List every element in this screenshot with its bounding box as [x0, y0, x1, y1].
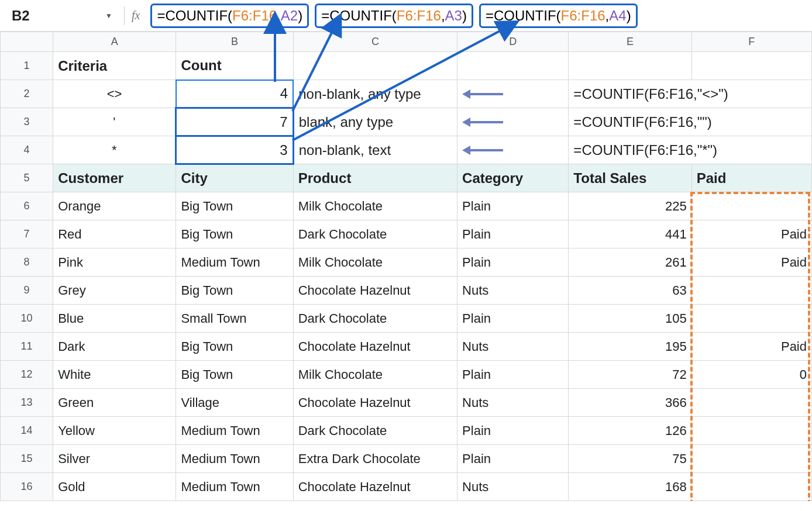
cell-paid[interactable]: [691, 417, 811, 445]
cell-e3[interactable]: =COUNTIF(F6:F16,""): [569, 108, 812, 136]
cell-sales[interactable]: 261: [569, 248, 691, 277]
row-header-8[interactable]: 8: [1, 248, 53, 277]
formula-input-area[interactable]: =COUNTIF(F6:F16,A2) =COUNTIF(F6:F16,A3) …: [150, 4, 637, 28]
cell-paid[interactable]: [691, 277, 811, 305]
cell-paid[interactable]: Paid: [691, 220, 811, 248]
cell-paid[interactable]: Paid: [691, 248, 811, 277]
cell-product[interactable]: Dark Chocolate: [293, 305, 457, 333]
cell-category[interactable]: Plain: [457, 305, 569, 333]
cell-customer[interactable]: Blue: [53, 305, 176, 333]
cell-b2[interactable]: 4: [176, 80, 293, 108]
cell-city[interactable]: Medium Town: [176, 417, 293, 445]
cell-category[interactable]: Nuts: [457, 333, 569, 361]
row-header-9[interactable]: 9: [1, 277, 53, 305]
cell-product[interactable]: Chocolate Hazelnut: [293, 277, 457, 305]
cell-b4[interactable]: 3: [176, 136, 293, 164]
cell-product[interactable]: Milk Chocolate: [293, 361, 457, 389]
row-header-13[interactable]: 13: [1, 389, 53, 417]
col-header-c[interactable]: C: [293, 32, 457, 52]
cell-category[interactable]: Plain: [457, 417, 569, 445]
row-header-3[interactable]: 3: [1, 108, 53, 136]
cell-city[interactable]: Big Town: [176, 277, 293, 305]
row-header-2[interactable]: 2: [1, 80, 53, 108]
cell-category[interactable]: Plain: [457, 445, 569, 473]
fx-icon[interactable]: fx: [132, 9, 140, 22]
cell-b3[interactable]: 7: [176, 108, 293, 136]
cell-sales[interactable]: 72: [569, 361, 691, 389]
cell-paid[interactable]: [691, 389, 811, 417]
cell-customer[interactable]: Dark: [53, 333, 176, 361]
cell-city[interactable]: Village: [176, 389, 293, 417]
cell-d3[interactable]: [457, 108, 569, 136]
cell-e5[interactable]: Total Sales: [569, 164, 691, 192]
cell-customer[interactable]: Red: [53, 220, 176, 248]
cell-product[interactable]: Milk Chocolate: [293, 192, 457, 220]
cell-customer[interactable]: Green: [53, 389, 176, 417]
cell-city[interactable]: Small Town: [176, 305, 293, 333]
row-header-1[interactable]: 1: [1, 52, 53, 80]
cell-sales[interactable]: 366: [569, 389, 691, 417]
cell-customer[interactable]: White: [53, 361, 176, 389]
cell-c1[interactable]: [293, 52, 457, 80]
row-header-6[interactable]: 6: [1, 192, 53, 220]
name-box[interactable]: ▼: [6, 4, 117, 27]
cell-b5[interactable]: City: [176, 164, 293, 192]
cell-customer[interactable]: Orange: [53, 192, 176, 220]
cell-sales[interactable]: 225: [569, 192, 691, 220]
cell-sales[interactable]: 441: [569, 220, 691, 248]
cell-customer[interactable]: Yellow: [53, 417, 176, 445]
cell-d5[interactable]: Category: [457, 164, 569, 192]
cell-product[interactable]: Chocolate Hazelnut: [293, 389, 457, 417]
col-header-b[interactable]: B: [176, 32, 293, 52]
cell-a2[interactable]: <>: [53, 80, 176, 108]
cell-e2[interactable]: =COUNTIF(F6:F16,"<>"): [569, 80, 812, 108]
cell-city[interactable]: Big Town: [176, 220, 293, 248]
cell-category[interactable]: Nuts: [457, 473, 569, 501]
cell-f1[interactable]: [691, 52, 811, 80]
cell-d1[interactable]: [457, 52, 569, 80]
cell-city[interactable]: Medium Town: [176, 445, 293, 473]
col-header-e[interactable]: E: [569, 32, 691, 52]
cell-b1[interactable]: Count: [176, 52, 293, 80]
cell-f5[interactable]: Paid: [691, 164, 811, 192]
cell-e4[interactable]: =COUNTIF(F6:F16,"*"): [569, 136, 812, 164]
col-header-d[interactable]: D: [457, 32, 569, 52]
cell-product[interactable]: Dark Chocolate: [293, 220, 457, 248]
cell-sales[interactable]: 105: [569, 305, 691, 333]
cell-paid[interactable]: 0: [691, 361, 811, 389]
cell-sales[interactable]: 126: [569, 417, 691, 445]
row-header-11[interactable]: 11: [1, 333, 53, 361]
cell-c2[interactable]: non-blank, any type: [293, 80, 457, 108]
cell-d4[interactable]: [457, 136, 569, 164]
cell-a1[interactable]: Criteria: [53, 52, 176, 80]
cell-product[interactable]: Chocolate Hazelnut: [293, 333, 457, 361]
cell-product[interactable]: Dark Chocolate: [293, 417, 457, 445]
cell-a4[interactable]: *: [53, 136, 176, 164]
cell-paid[interactable]: [691, 192, 811, 220]
cell-sales[interactable]: 63: [569, 277, 691, 305]
cell-paid[interactable]: [691, 445, 811, 473]
cell-e1[interactable]: [569, 52, 691, 80]
cell-product[interactable]: Extra Dark Chocolate: [293, 445, 457, 473]
name-box-input[interactable]: [11, 7, 46, 25]
cell-a3[interactable]: ': [53, 108, 176, 136]
cell-city[interactable]: Medium Town: [176, 473, 293, 501]
row-header-5[interactable]: 5: [1, 164, 53, 192]
cell-category[interactable]: Plain: [457, 248, 569, 277]
col-header-a[interactable]: A: [53, 32, 176, 52]
row-header-16[interactable]: 16: [1, 473, 53, 501]
cell-category[interactable]: Plain: [457, 192, 569, 220]
row-header-12[interactable]: 12: [1, 361, 53, 389]
spreadsheet-grid[interactable]: A B C D E F 1 Criteria Count 2 <> 4: [0, 32, 812, 501]
name-box-dropdown-icon[interactable]: ▼: [105, 12, 112, 20]
row-header-10[interactable]: 10: [1, 305, 53, 333]
cell-product[interactable]: Chocolate Hazelnut: [293, 473, 457, 501]
cell-paid[interactable]: [691, 305, 811, 333]
row-header-7[interactable]: 7: [1, 220, 53, 248]
row-header-14[interactable]: 14: [1, 417, 53, 445]
cell-paid[interactable]: Paid: [691, 333, 811, 361]
cell-category[interactable]: Nuts: [457, 277, 569, 305]
cell-sales[interactable]: 168: [569, 473, 691, 501]
cell-d2[interactable]: [457, 80, 569, 108]
cell-c4[interactable]: non-blank, text: [293, 136, 457, 164]
